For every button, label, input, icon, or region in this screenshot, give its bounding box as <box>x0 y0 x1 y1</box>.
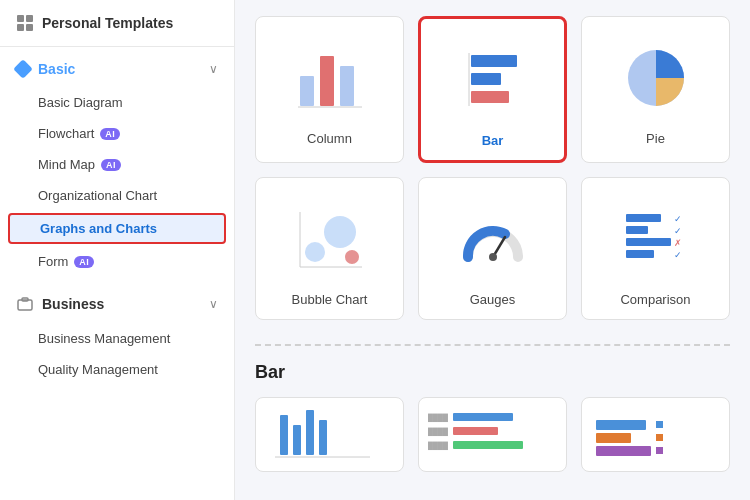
bar-card[interactable]: Bar <box>418 16 567 163</box>
svg-rect-41 <box>596 420 646 430</box>
business-group: Business ∨ Business Management Quality M… <box>0 281 234 389</box>
svg-rect-32 <box>306 410 314 455</box>
section-divider <box>255 344 730 346</box>
svg-rect-35 <box>453 413 513 421</box>
bar-card-label: Bar <box>482 133 504 148</box>
svg-text:████: ████ <box>428 427 448 437</box>
svg-text:████: ████ <box>428 413 448 423</box>
graphs-charts-label: Graphs and Charts <box>40 221 157 236</box>
sidebar-item-flowchart[interactable]: Flowchart AI <box>0 118 234 149</box>
svg-rect-11 <box>471 73 501 85</box>
sidebar-header: Personal Templates <box>0 0 234 47</box>
svg-rect-6 <box>300 76 314 106</box>
column-icon-area <box>268 33 391 123</box>
bubble-card[interactable]: Bubble Chart <box>255 177 404 320</box>
svg-point-17 <box>345 250 359 264</box>
svg-rect-12 <box>471 91 509 103</box>
svg-rect-33 <box>319 420 327 455</box>
svg-text:████: ████ <box>428 441 448 451</box>
sidebar-item-form[interactable]: Form AI <box>0 246 234 277</box>
svg-rect-37 <box>453 441 523 449</box>
svg-rect-24 <box>626 238 671 246</box>
form-ai-badge: AI <box>74 256 94 268</box>
svg-rect-10 <box>471 55 517 67</box>
sidebar-item-graphs-charts[interactable]: Graphs and Charts <box>8 213 226 244</box>
comparison-card-label: Comparison <box>620 292 690 307</box>
svg-rect-2 <box>17 24 24 31</box>
basic-group-label: Basic <box>38 61 75 77</box>
main-content: Column Bar <box>235 0 750 500</box>
svg-rect-23 <box>626 226 648 234</box>
svg-rect-30 <box>280 415 288 455</box>
sidebar-item-quality-management[interactable]: Quality Management <box>0 354 234 385</box>
basic-chevron-icon: ∨ <box>209 62 218 76</box>
svg-point-15 <box>305 242 325 262</box>
svg-rect-44 <box>656 421 663 428</box>
svg-text:✗: ✗ <box>674 238 682 248</box>
svg-text:✓: ✓ <box>674 250 682 260</box>
basic-diagram-label: Basic Diagram <box>38 95 123 110</box>
sidebar-item-org-chart[interactable]: Organizational Chart <box>0 180 234 211</box>
pie-icon-area <box>594 33 717 123</box>
svg-rect-45 <box>656 434 663 441</box>
svg-rect-7 <box>320 56 334 106</box>
column-card[interactable]: Column <box>255 16 404 163</box>
bar-template-3[interactable] <box>581 397 730 472</box>
business-group-header[interactable]: Business ∨ <box>0 285 234 323</box>
svg-rect-0 <box>17 15 24 22</box>
pie-card-label: Pie <box>646 131 665 146</box>
basic-group: Basic ∨ Basic Diagram Flowchart AI Mind … <box>0 47 234 281</box>
comparison-card[interactable]: ✓ ✓ ✗ ✓ Comparison <box>581 177 730 320</box>
bubble-icon-area <box>268 194 391 284</box>
svg-rect-25 <box>626 250 654 258</box>
org-chart-label: Organizational Chart <box>38 188 157 203</box>
svg-rect-22 <box>626 214 661 222</box>
svg-point-16 <box>324 216 356 248</box>
personal-templates-title: Personal Templates <box>42 15 173 31</box>
sidebar-item-business-management[interactable]: Business Management <box>0 323 234 354</box>
quality-management-label: Quality Management <box>38 362 158 377</box>
content-area: Column Bar <box>235 0 750 500</box>
gauge-icon-area <box>431 194 554 284</box>
mind-map-ai-badge: AI <box>101 159 121 171</box>
svg-rect-46 <box>656 447 663 454</box>
sidebar-item-basic-diagram[interactable]: Basic Diagram <box>0 87 234 118</box>
section-heading: Bar <box>255 362 730 383</box>
svg-rect-1 <box>26 15 33 22</box>
mind-map-label: Mind Map <box>38 157 95 172</box>
svg-rect-42 <box>596 433 631 443</box>
svg-text:✓: ✓ <box>674 214 682 224</box>
svg-rect-36 <box>453 427 498 435</box>
column-card-label: Column <box>307 131 352 146</box>
bottom-templates-grid: ████ ████ ████ <box>255 397 730 472</box>
pie-card[interactable]: Pie <box>581 16 730 163</box>
business-icon <box>16 295 34 313</box>
bar-template-2[interactable]: ████ ████ ████ <box>418 397 567 472</box>
svg-text:✓: ✓ <box>674 226 682 236</box>
business-chevron-icon: ∨ <box>209 297 218 311</box>
gauges-card[interactable]: Gauges <box>418 177 567 320</box>
form-label: Form <box>38 254 68 269</box>
flowchart-ai-badge: AI <box>100 128 120 140</box>
sidebar-item-mind-map[interactable]: Mind Map AI <box>0 149 234 180</box>
comparison-icon-area: ✓ ✓ ✗ ✓ <box>594 194 717 284</box>
sidebar: Personal Templates Basic ∨ Basic Diagram… <box>0 0 235 500</box>
top-templates-grid: Column Bar <box>255 16 730 320</box>
bubble-card-label: Bubble Chart <box>292 292 368 307</box>
flowchart-label: Flowchart <box>38 126 94 141</box>
gauges-card-label: Gauges <box>470 292 516 307</box>
template-icon <box>16 14 34 32</box>
svg-rect-31 <box>293 425 301 455</box>
basic-group-header[interactable]: Basic ∨ <box>0 51 234 87</box>
svg-rect-8 <box>340 66 354 106</box>
bar-template-1[interactable] <box>255 397 404 472</box>
business-group-label: Business <box>42 296 104 312</box>
business-management-label: Business Management <box>38 331 170 346</box>
svg-rect-3 <box>26 24 33 31</box>
bar-icon-area <box>433 35 552 125</box>
svg-rect-43 <box>596 446 651 456</box>
svg-point-21 <box>489 253 497 261</box>
basic-diamond-icon <box>13 59 33 79</box>
